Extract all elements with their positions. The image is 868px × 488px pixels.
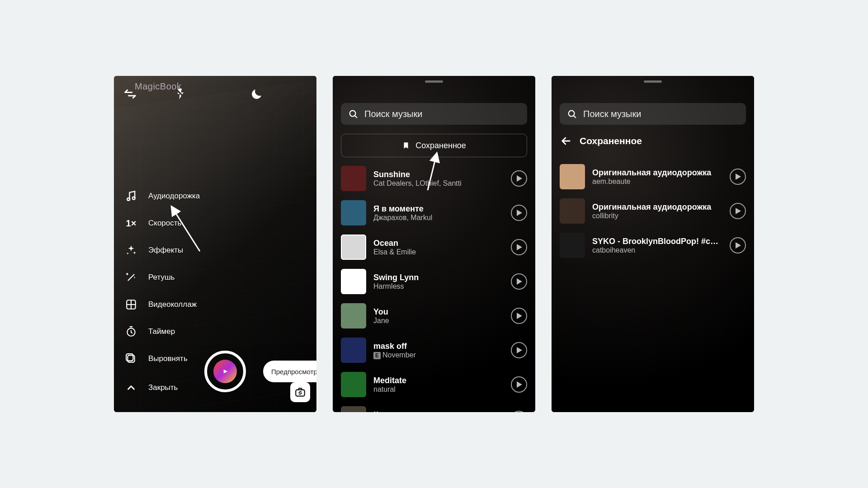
- menu-close[interactable]: Закрыть: [124, 380, 200, 395]
- play-button[interactable]: [511, 342, 527, 358]
- track-artist: Джарахов, Markul: [373, 214, 504, 222]
- track-row[interactable]: Meditatenatural: [341, 369, 527, 400]
- track-meta: Оригинальная аудиодорожкаaem.beaute: [592, 168, 722, 186]
- album-cover: [341, 372, 366, 397]
- track-meta: Swing LynnHarmless: [373, 273, 504, 291]
- play-button[interactable]: [730, 237, 746, 253]
- play-icon: [517, 381, 522, 388]
- music-search[interactable]: [341, 103, 527, 125]
- track-artist: collibrity: [592, 212, 722, 220]
- sparkle-icon: [124, 243, 138, 258]
- music-icon: [124, 189, 138, 203]
- switch-camera-button[interactable]: [290, 382, 310, 402]
- play-icon: [736, 242, 741, 249]
- track-artist: catboiheaven: [592, 246, 722, 254]
- screen-music-list: Сохраненное SunshineCat Dealers, LOthief…: [333, 76, 535, 412]
- track-title: SYKO - BrooklynBloodPop! #catboiheaven: [592, 237, 722, 246]
- track-title: Ocean: [373, 239, 504, 248]
- track-artist: Jane: [373, 317, 504, 325]
- track-artist: Harmless: [373, 282, 504, 291]
- back-icon[interactable]: [120, 84, 140, 104]
- timer-icon: [124, 324, 138, 339]
- menu-timer[interactable]: Таймер: [124, 324, 200, 339]
- search-icon: [348, 109, 358, 119]
- track-row[interactable]: mask offENovember: [341, 334, 527, 366]
- saved-header: Сохраненное: [560, 135, 746, 147]
- camera-topbar: [114, 84, 316, 104]
- track-row[interactable]: Оригинальная аудиодорожкаcollibrity: [560, 195, 746, 227]
- saved-music-list[interactable]: Оригинальная аудиодорожкаaem.beauteОриги…: [560, 161, 746, 412]
- night-mode-icon[interactable]: [247, 84, 267, 104]
- preview-button[interactable]: Предпросмотр: [263, 361, 316, 382]
- play-icon: [517, 175, 522, 182]
- menu-retouch[interactable]: Ретушь: [124, 270, 200, 285]
- play-button[interactable]: [511, 273, 527, 290]
- track-title: Кончится лето: [373, 410, 504, 413]
- search-input[interactable]: [583, 109, 739, 119]
- track-title: Оригинальная аудиодорожка: [592, 168, 722, 178]
- album-cover: [341, 338, 366, 363]
- track-row[interactable]: Swing LynnHarmless: [341, 266, 527, 297]
- play-button[interactable]: [511, 170, 527, 187]
- svg-point-2: [132, 197, 135, 200]
- screen-camera: MagicBook: [114, 76, 316, 412]
- track-row[interactable]: Кончится летоКино: [341, 403, 527, 412]
- play-icon: [736, 174, 741, 180]
- play-button[interactable]: [511, 376, 527, 393]
- reels-icon: [213, 360, 237, 383]
- sheet-grabber[interactable]: [644, 80, 662, 83]
- music-list[interactable]: SunshineCat Dealers, LOthief, SanttiЯ в …: [341, 163, 527, 412]
- play-icon: [736, 208, 741, 214]
- track-artist: natural: [373, 385, 504, 394]
- menu-label: Таймер: [148, 327, 175, 336]
- track-row[interactable]: Оригинальная аудиодорожкаaem.beaute: [560, 161, 746, 192]
- explicit-badge: E: [373, 352, 381, 359]
- speed-icon: 1×: [124, 216, 138, 230]
- track-artist: ENovember: [373, 351, 504, 359]
- music-search[interactable]: [560, 103, 746, 125]
- svg-line-10: [428, 154, 437, 190]
- play-button[interactable]: [730, 203, 746, 219]
- menu-video-collage[interactable]: Видеоколлаж: [124, 297, 200, 312]
- album-cover: [560, 233, 585, 258]
- menu-label: Видеоколлаж: [148, 300, 197, 309]
- track-title: Я в моменте: [373, 204, 504, 214]
- back-button[interactable]: [560, 135, 572, 147]
- wand-icon: [124, 270, 138, 285]
- play-button[interactable]: [730, 169, 746, 185]
- chevron-up-icon: [124, 380, 138, 395]
- track-meta: Я в моментеДжарахов, Markul: [373, 204, 504, 222]
- track-row[interactable]: YouJane: [341, 300, 527, 332]
- track-title: mask off: [373, 342, 504, 351]
- align-icon: [124, 352, 138, 366]
- menu-align[interactable]: Выровнять: [124, 352, 200, 366]
- track-meta: SYKO - BrooklynBloodPop! #catboiheavenca…: [592, 237, 722, 254]
- bookmark-icon: [402, 141, 410, 150]
- camera-flip-icon: [294, 386, 306, 398]
- svg-point-1: [127, 198, 130, 201]
- track-row[interactable]: SYKO - BrooklynBloodPop! #catboiheavenca…: [560, 230, 746, 261]
- play-button[interactable]: [511, 239, 527, 255]
- track-title: Meditate: [373, 376, 504, 385]
- track-artist: Elsa & Emilie: [373, 248, 504, 256]
- play-button[interactable]: [511, 308, 527, 324]
- track-row[interactable]: Я в моментеДжарахов, Markul: [341, 197, 527, 229]
- flash-off-icon[interactable]: [171, 84, 191, 104]
- search-input[interactable]: [364, 109, 520, 119]
- album-cover: [560, 198, 585, 224]
- track-title: Swing Lynn: [373, 273, 504, 282]
- menu-label: Аудиодорожка: [148, 192, 200, 201]
- track-artist: aem.beaute: [592, 178, 722, 186]
- album-cover: [341, 406, 366, 412]
- play-button[interactable]: [511, 411, 527, 412]
- track-row[interactable]: OceanElsa & Emilie: [341, 231, 527, 263]
- sheet-grabber[interactable]: [425, 80, 443, 83]
- menu-label: Закрыть: [148, 383, 178, 392]
- play-icon: [517, 347, 522, 353]
- record-button[interactable]: [204, 351, 246, 392]
- track-meta: Кончится летоКино: [373, 410, 504, 413]
- track-meta: OceanElsa & Emilie: [373, 239, 504, 256]
- track-meta: YouJane: [373, 307, 504, 325]
- play-button[interactable]: [511, 205, 527, 221]
- track-meta: Оригинальная аудиодорожкаcollibrity: [592, 202, 722, 220]
